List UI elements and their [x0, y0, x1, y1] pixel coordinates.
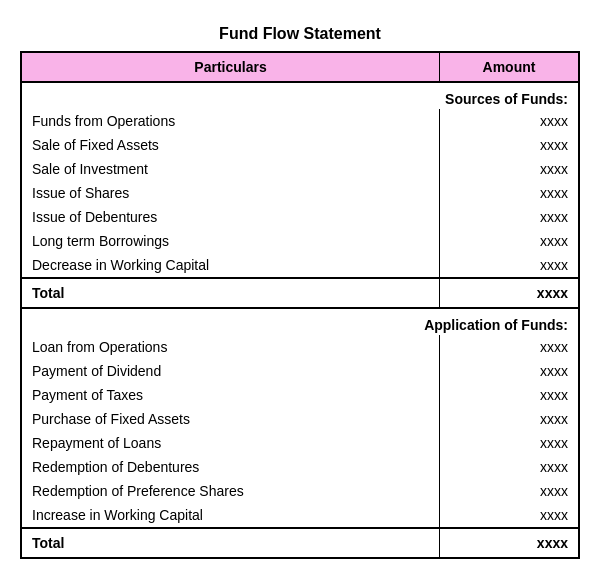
sources-item-name-6: Decrease in Working Capital: [21, 253, 440, 278]
sources-total-row: Totalxxxx: [21, 278, 579, 308]
page-title: Fund Flow Statement: [20, 25, 580, 43]
sources-item-amount-3: xxxx: [440, 181, 580, 205]
table-row: Redemption of Debenturesxxxx: [21, 455, 579, 479]
sources-item-name-3: Issue of Shares: [21, 181, 440, 205]
application-item-name-1: Payment of Dividend: [21, 359, 440, 383]
table-row: Repayment of Loansxxxx: [21, 431, 579, 455]
application-item-amount-3: xxxx: [440, 407, 580, 431]
table-row: Purchase of Fixed Assetsxxxx: [21, 407, 579, 431]
sources-header-row: Sources of Funds:: [21, 82, 579, 109]
application-item-amount-4: xxxx: [440, 431, 580, 455]
table-row: Sale of Fixed Assetsxxxx: [21, 133, 579, 157]
sources-label: Sources of Funds:: [21, 82, 579, 109]
sources-item-name-5: Long term Borrowings: [21, 229, 440, 253]
sources-item-amount-0: xxxx: [440, 109, 580, 133]
application-item-name-6: Redemption of Preference Shares: [21, 479, 440, 503]
application-total-row: Totalxxxx: [21, 528, 579, 558]
sources-item-amount-2: xxxx: [440, 157, 580, 181]
application-item-amount-7: xxxx: [440, 503, 580, 528]
application-label: Application of Funds:: [21, 308, 579, 335]
sources-item-name-4: Issue of Debentures: [21, 205, 440, 229]
table-row: Decrease in Working Capitalxxxx: [21, 253, 579, 278]
sources-item-amount-4: xxxx: [440, 205, 580, 229]
application-header-row: Application of Funds:: [21, 308, 579, 335]
table-row: Issue of Sharesxxxx: [21, 181, 579, 205]
sources-total-label: Total: [21, 278, 440, 308]
application-item-amount-1: xxxx: [440, 359, 580, 383]
sources-total-amount: xxxx: [440, 278, 580, 308]
application-item-name-4: Repayment of Loans: [21, 431, 440, 455]
application-item-name-2: Payment of Taxes: [21, 383, 440, 407]
sources-item-name-2: Sale of Investment: [21, 157, 440, 181]
table-row: Long term Borrowingsxxxx: [21, 229, 579, 253]
application-item-amount-0: xxxx: [440, 335, 580, 359]
sources-item-name-0: Funds from Operations: [21, 109, 440, 133]
particulars-header: Particulars: [21, 52, 440, 82]
table-row: Funds from Operationsxxxx: [21, 109, 579, 133]
application-total-amount: xxxx: [440, 528, 580, 558]
application-item-name-5: Redemption of Debentures: [21, 455, 440, 479]
sources-item-amount-1: xxxx: [440, 133, 580, 157]
table-row: Sale of Investmentxxxx: [21, 157, 579, 181]
table-row: Payment of Dividendxxxx: [21, 359, 579, 383]
sources-item-amount-5: xxxx: [440, 229, 580, 253]
fund-flow-container: Fund Flow Statement Particulars Amount S…: [20, 25, 580, 559]
table-body: Sources of Funds:Funds from Operationsxx…: [21, 82, 579, 558]
table-header-row: Particulars Amount: [21, 52, 579, 82]
application-total-label: Total: [21, 528, 440, 558]
application-item-name-7: Increase in Working Capital: [21, 503, 440, 528]
table-row: Loan from Operationsxxxx: [21, 335, 579, 359]
table-row: Redemption of Preference Sharesxxxx: [21, 479, 579, 503]
fund-flow-table: Particulars Amount Sources of Funds:Fund…: [20, 51, 580, 559]
application-item-amount-6: xxxx: [440, 479, 580, 503]
amount-header: Amount: [440, 52, 580, 82]
application-item-name-0: Loan from Operations: [21, 335, 440, 359]
table-row: Increase in Working Capitalxxxx: [21, 503, 579, 528]
application-item-name-3: Purchase of Fixed Assets: [21, 407, 440, 431]
table-row: Payment of Taxesxxxx: [21, 383, 579, 407]
sources-item-amount-6: xxxx: [440, 253, 580, 278]
sources-item-name-1: Sale of Fixed Assets: [21, 133, 440, 157]
application-item-amount-2: xxxx: [440, 383, 580, 407]
table-row: Issue of Debenturesxxxx: [21, 205, 579, 229]
application-item-amount-5: xxxx: [440, 455, 580, 479]
